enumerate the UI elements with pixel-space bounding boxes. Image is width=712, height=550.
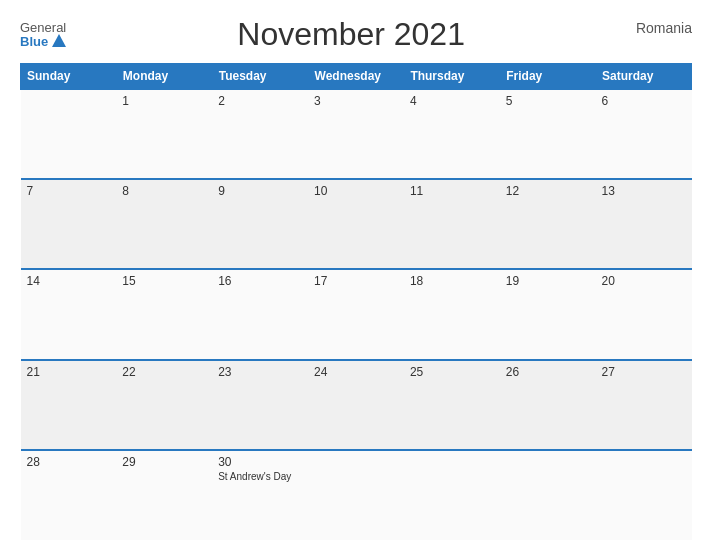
- week-row-1: 123456: [21, 89, 692, 179]
- calendar-cell: 2: [212, 89, 308, 179]
- calendar-cell: 29: [116, 450, 212, 540]
- calendar-cell: 8: [116, 179, 212, 269]
- week-row-5: 282930St Andrew's Day: [21, 450, 692, 540]
- calendar-cell: 22: [116, 360, 212, 450]
- calendar-cell: 21: [21, 360, 117, 450]
- calendar-cell: 19: [500, 269, 596, 359]
- calendar-cell: 3: [308, 89, 404, 179]
- day-number: 21: [27, 365, 40, 379]
- calendar-title: November 2021: [237, 16, 465, 53]
- day-number: 28: [27, 455, 40, 469]
- calendar-cell: [596, 450, 692, 540]
- calendar-cell: 28: [21, 450, 117, 540]
- day-number: 29: [122, 455, 135, 469]
- day-number: 26: [506, 365, 519, 379]
- calendar-cell: 23: [212, 360, 308, 450]
- holiday-name: St Andrew's Day: [218, 471, 302, 482]
- calendar-cell: 25: [404, 360, 500, 450]
- calendar-cell: 18: [404, 269, 500, 359]
- weekday-header-tuesday: Tuesday: [212, 64, 308, 90]
- day-number: 5: [506, 94, 513, 108]
- calendar-cell: 15: [116, 269, 212, 359]
- weekday-header-monday: Monday: [116, 64, 212, 90]
- calendar-cell: 11: [404, 179, 500, 269]
- logo-blue-text: Blue: [20, 35, 48, 48]
- day-number: 18: [410, 274, 423, 288]
- day-number: 25: [410, 365, 423, 379]
- day-number: 9: [218, 184, 225, 198]
- calendar-cell: 1: [116, 89, 212, 179]
- day-number: 23: [218, 365, 231, 379]
- calendar-table: SundayMondayTuesdayWednesdayThursdayFrid…: [20, 63, 692, 540]
- day-number: 2: [218, 94, 225, 108]
- day-number: 30: [218, 455, 231, 469]
- weekday-header-sunday: Sunday: [21, 64, 117, 90]
- day-number: 14: [27, 274, 40, 288]
- calendar-cell: 24: [308, 360, 404, 450]
- calendar-cell: [21, 89, 117, 179]
- day-number: 19: [506, 274, 519, 288]
- day-number: 27: [602, 365, 615, 379]
- day-number: 8: [122, 184, 129, 198]
- weekday-header-friday: Friday: [500, 64, 596, 90]
- calendar-header: General Blue November 2021 Romania: [20, 16, 692, 53]
- day-number: 6: [602, 94, 609, 108]
- logo-blue-row: Blue: [20, 34, 66, 48]
- day-number: 7: [27, 184, 34, 198]
- weekday-header-row: SundayMondayTuesdayWednesdayThursdayFrid…: [21, 64, 692, 90]
- day-number: 22: [122, 365, 135, 379]
- weekday-header-wednesday: Wednesday: [308, 64, 404, 90]
- calendar-cell: 9: [212, 179, 308, 269]
- calendar-container: General Blue November 2021 Romania Sunda…: [0, 0, 712, 550]
- day-number: 3: [314, 94, 321, 108]
- calendar-cell: 4: [404, 89, 500, 179]
- calendar-cell: 10: [308, 179, 404, 269]
- day-number: 4: [410, 94, 417, 108]
- calendar-cell: 5: [500, 89, 596, 179]
- calendar-cell: 17: [308, 269, 404, 359]
- calendar-cell: 7: [21, 179, 117, 269]
- day-number: 1: [122, 94, 129, 108]
- day-number: 13: [602, 184, 615, 198]
- day-number: 17: [314, 274, 327, 288]
- logo-triangle-icon: [52, 34, 66, 47]
- calendar-cell: 6: [596, 89, 692, 179]
- calendar-cell: [404, 450, 500, 540]
- calendar-cell: 27: [596, 360, 692, 450]
- country-label: Romania: [636, 16, 692, 36]
- weekday-header-saturday: Saturday: [596, 64, 692, 90]
- day-number: 24: [314, 365, 327, 379]
- day-number: 12: [506, 184, 519, 198]
- day-number: 10: [314, 184, 327, 198]
- calendar-cell: 30St Andrew's Day: [212, 450, 308, 540]
- day-number: 15: [122, 274, 135, 288]
- day-number: 20: [602, 274, 615, 288]
- logo: General Blue: [20, 21, 66, 48]
- day-number: 16: [218, 274, 231, 288]
- calendar-cell: 26: [500, 360, 596, 450]
- week-row-2: 78910111213: [21, 179, 692, 269]
- calendar-cell: 13: [596, 179, 692, 269]
- day-number: 11: [410, 184, 423, 198]
- week-row-4: 21222324252627: [21, 360, 692, 450]
- calendar-cell: 20: [596, 269, 692, 359]
- calendar-cell: 14: [21, 269, 117, 359]
- calendar-cell: 16: [212, 269, 308, 359]
- calendar-cell: [500, 450, 596, 540]
- logo-general-text: General: [20, 21, 66, 34]
- weekday-header-thursday: Thursday: [404, 64, 500, 90]
- week-row-3: 14151617181920: [21, 269, 692, 359]
- calendar-cell: [308, 450, 404, 540]
- calendar-cell: 12: [500, 179, 596, 269]
